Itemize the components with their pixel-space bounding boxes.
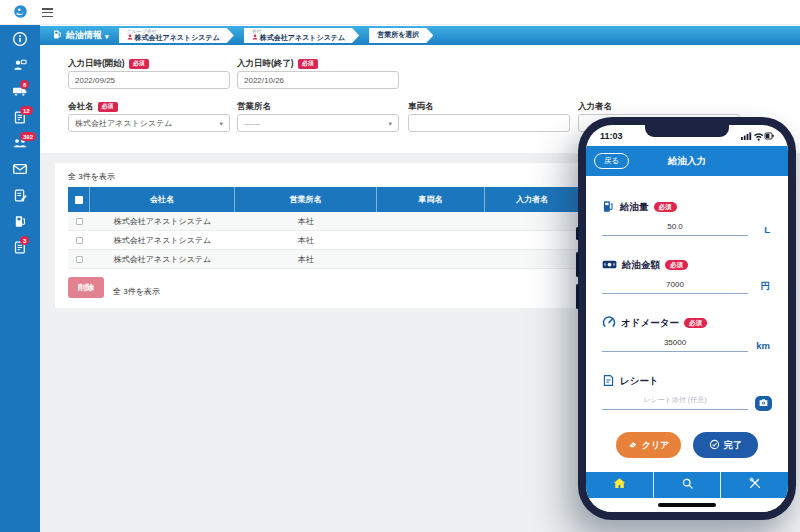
fuel-pump-icon <box>602 200 615 215</box>
receipt-label: レシート <box>620 375 659 388</box>
row-checkbox[interactable] <box>76 237 83 244</box>
person-card-icon <box>12 57 28 77</box>
sidebar: 6 12 392 3 <box>0 25 40 532</box>
fuel-amount-input[interactable]: 50.0 <box>602 222 748 236</box>
phone-bottom-nav <box>586 472 788 498</box>
search-icon <box>681 476 694 494</box>
company-mark-icon <box>252 34 258 42</box>
phone-status-bar: 11:03 <box>586 125 788 146</box>
date-end-input[interactable] <box>237 71 399 89</box>
chevron-down-icon <box>388 119 392 128</box>
app-root: 6 12 392 3 給油情報 グループ会社 <box>0 0 800 532</box>
breadcrumb-company[interactable]: 会社 株式会社アネストシステム <box>244 28 359 43</box>
camera-button[interactable] <box>755 396 772 411</box>
fuel-cost-unit: 円 <box>761 280 771 293</box>
logs-badge: 3 <box>20 236 29 245</box>
back-button[interactable]: 戻る <box>594 153 629 169</box>
gauge-icon <box>602 315 616 331</box>
receipt-group: レシート レシート添付 (任意) <box>602 374 772 420</box>
column-header-office: 営業所名 <box>235 187 377 212</box>
delete-button[interactable]: 削除 <box>68 277 104 298</box>
breadcrumb-group-company[interactable]: グループ会社 株式会社アネストシステム <box>119 28 234 43</box>
required-badge: 必須 <box>298 59 318 69</box>
done-button[interactable]: 完了 <box>693 432 758 458</box>
odometer-unit: km <box>756 340 770 351</box>
fuel-pump-icon <box>52 29 63 42</box>
info-circle-icon <box>12 31 28 51</box>
chevron-down-icon <box>219 119 223 128</box>
row-checkbox[interactable] <box>76 218 83 225</box>
status-signal-wifi-battery-icons <box>741 127 774 145</box>
camera-icon <box>758 396 769 411</box>
required-badge: 必須 <box>665 260 688 271</box>
phone-action-buttons: クリア 完了 <box>602 432 772 458</box>
fuel-cost-group: 給油金額 必須 7000 円 <box>602 258 772 304</box>
sidebar-item-vehicles[interactable]: 6 <box>11 85 29 101</box>
module-title-label: 給油情報 <box>66 29 102 42</box>
fuel-amount-label: 給油量 <box>620 201 649 214</box>
fuel-cost-input[interactable]: 7000 <box>602 280 748 294</box>
members-badge: 392 <box>20 132 36 141</box>
company-select[interactable]: 株式会社アネストシステム <box>68 114 230 132</box>
sidebar-item-logs[interactable]: 3 <box>11 241 29 257</box>
required-badge: 必須 <box>98 102 118 112</box>
date-start-label: 入力日時(開始)必須 <box>68 58 149 70</box>
odometer-group: オドメーター 必須 35000 km <box>602 316 772 362</box>
odometer-input[interactable]: 35000 <box>602 338 748 352</box>
eraser-icon <box>628 439 638 451</box>
app-logo-icon <box>13 4 28 23</box>
vehicle-label: 車両名 <box>408 101 434 113</box>
clear-button[interactable]: クリア <box>616 432 681 458</box>
sidebar-item-fuel[interactable] <box>11 215 29 231</box>
chevron-down-icon <box>105 31 109 41</box>
status-time: 11:03 <box>600 131 623 141</box>
banknote-icon <box>602 257 617 274</box>
sidebar-item-reports[interactable]: 12 <box>11 111 29 127</box>
hamburger-icon[interactable] <box>42 8 53 19</box>
sidebar-item-members[interactable]: 392 <box>11 137 29 153</box>
row-checkbox[interactable] <box>76 256 83 263</box>
phone-form: 給油量 必須 50.0 L 給油金額 必須 7000 <box>586 176 788 458</box>
company-mark-icon <box>127 34 133 42</box>
receipt-attach-input[interactable]: レシート添付 (任意) <box>602 395 748 410</box>
nav-home[interactable] <box>586 472 653 498</box>
required-badge: 必須 <box>654 202 677 213</box>
sidebar-item-info[interactable] <box>11 33 29 49</box>
nav-tools[interactable] <box>720 472 788 498</box>
phone-mockup: 11:03 戻る 給油入力 給油量 必須 50.0 <box>578 117 796 520</box>
date-start-input[interactable] <box>68 71 230 89</box>
column-header-vehicle: 車両名 <box>377 187 485 212</box>
check-circle-icon <box>709 439 720 452</box>
vehicle-input[interactable] <box>408 114 570 132</box>
sidebar-item-drivers[interactable] <box>11 59 29 75</box>
phone-screen: 11:03 戻る 給油入力 給油量 必須 50.0 <box>586 125 788 512</box>
tools-icon <box>748 476 762 494</box>
fuel-amount-unit: L <box>764 224 770 235</box>
module-header: 給油情報 グループ会社 株式会社アネストシステム 会社 株式会社アネストシステム… <box>40 26 800 45</box>
company-label: 会社名必須 <box>68 101 118 113</box>
fuel-pump-icon <box>13 214 28 233</box>
office-select[interactable]: ------ <box>237 114 399 132</box>
fuel-amount-group: 給油量 必須 50.0 L <box>602 200 772 246</box>
top-bar <box>0 0 800 25</box>
phone-home-strip <box>586 498 788 512</box>
breadcrumb-select-office[interactable]: 営業所を選択 <box>369 28 433 43</box>
required-badge: 必須 <box>684 318 707 329</box>
column-header-company: 会社名 <box>90 187 235 212</box>
date-end-label: 入力日時(終了)必須 <box>237 58 318 70</box>
phone-volume-down-button <box>576 284 579 309</box>
module-title-dropdown[interactable]: 給油情報 <box>52 29 109 42</box>
receipt-icon <box>602 374 615 389</box>
clipboard-edit-icon <box>13 188 28 207</box>
home-icon <box>612 476 627 495</box>
column-header-person: 入力者名 <box>485 187 580 212</box>
required-badge: 必須 <box>129 59 149 69</box>
phone-screen-title: 給油入力 <box>668 155 706 168</box>
phone-volume-up-button <box>576 252 579 277</box>
phone-mute-switch <box>576 227 579 240</box>
phone-header: 戻る 給油入力 <box>586 146 788 176</box>
sidebar-item-tasks[interactable] <box>11 189 29 205</box>
nav-search[interactable] <box>653 472 721 498</box>
select-all-checkbox[interactable] <box>68 187 90 212</box>
sidebar-item-mail[interactable] <box>11 163 29 179</box>
